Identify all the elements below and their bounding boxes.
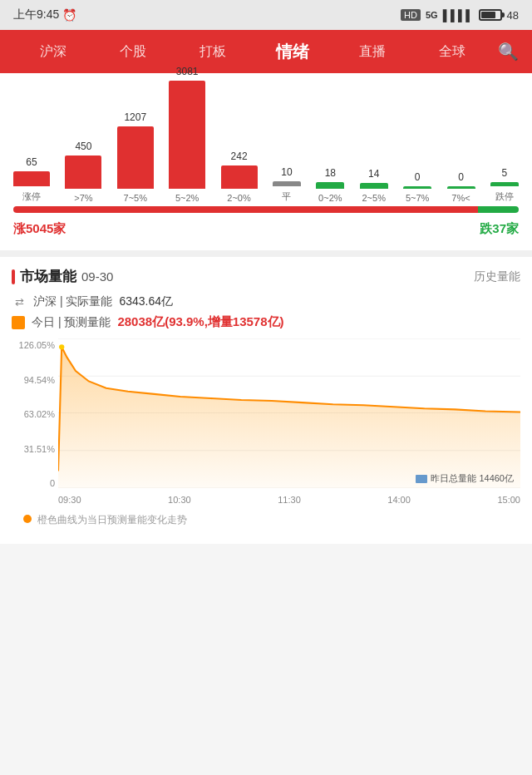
x-label-1: 10:30 [168,495,191,505]
bar-cat-flat: 平 [282,190,291,203]
bar-5to7-rect [403,186,431,189]
bar-dieting-rect [490,182,519,186]
bar-7to5: 1207 7~5% [117,111,154,203]
bar-cat-dieting: 跌停 [495,190,514,203]
bar-5to2-rect [169,81,205,189]
bar-label-2to5: 14 [368,168,379,180]
volume-header: 市场量能 09-30 历史量能 [12,267,520,286]
status-bar: 上午9:45 ⏰ HD 5G ▌▌▌▌ 48 [0,0,532,30]
bar-cat-5to7: 5~7% [406,193,429,203]
volume-line-chart: 126.05% 94.54% 63.02% 31.51% 0 [12,338,520,505]
time-display: 上午9:45 [13,7,59,22]
bar-label-flat: 10 [281,166,292,178]
status-left: 上午9:45 ⏰ [13,7,76,22]
x-label-3: 14:00 [387,495,411,505]
bar-5to7: 0 5~7% [403,171,431,203]
bar-cat-5to2: 5~2% [175,193,199,203]
bar-2to0: 242 2~0% [221,151,258,203]
chart-svg-area [58,338,520,488]
predict-value: 28038亿(93.9%,增量13578亿) [117,314,283,330]
signal-5g: 5G [426,10,438,20]
volume-title: 市场量能 09-30 [12,267,113,286]
fall-count: 跌37家 [480,221,519,237]
actual-icon: ⇄ [12,294,27,309]
hist-volume-button[interactable]: 历史量能 [474,269,520,284]
bar-flat-rect [273,181,301,186]
nav-item-zhibo[interactable]: 直播 [332,43,412,61]
chart-spike [59,344,64,349]
bar-zangtinig: 65 涨停 [13,156,50,203]
bar-gt7-rect [65,155,101,189]
bar-label-5to7: 0 [415,171,421,183]
legend-blue-box [416,475,427,483]
y-label-4: 0 [12,478,55,488]
legend-label: 昨日总量能 14460亿 [431,472,514,485]
bar-lt7: 0 7%< [447,171,475,203]
y-axis: 126.05% 94.54% 63.02% 31.51% 0 [12,338,55,505]
orange-square-icon [12,316,25,329]
status-right: HD 5G ▌▌▌▌ 48 [401,9,519,22]
section-divider [0,250,532,257]
y-label-2: 63.02% [12,409,55,419]
bar-dieting: 5 跌停 [490,167,519,203]
bar-label-zangtinig: 65 [26,156,37,168]
bar-2to5: 14 2~5% [360,168,388,203]
actual-value: 6343.64亿 [119,294,173,309]
volume-title-text: 市场量能 [20,267,76,286]
x-label-2: 11:30 [278,495,301,505]
bar-2to0-rect [221,165,258,189]
predict-label: 今日 | 预测量能 [32,315,111,330]
rise-count: 涨5045家 [13,221,66,237]
x-label-4: 15:00 [497,495,520,505]
bar-flat: 10 平 [273,166,301,203]
battery-level: 48 [507,9,519,22]
volume-time: 09-30 [81,269,113,284]
footnote-dot [23,515,32,523]
nav-item-hushen[interactable]: 沪深 [13,43,93,61]
bar-gt7: 450 >7% [65,141,101,203]
volume-section: 市场量能 09-30 历史量能 ⇄ 沪深 | 实际量能 6343.64亿 今日 … [0,257,532,544]
bar-cat-gt7: >7% [74,193,92,203]
bar-label-0to2: 18 [325,167,336,179]
bar-chart-section: 65 涨停 450 >7% 1207 7~5% 3081 5~2% 242 2~… [0,73,532,250]
nav-item-daban[interactable]: 打板 [173,43,253,61]
y-label-1: 94.54% [12,375,55,385]
predict-volume-row: 今日 | 预测量能 28038亿(93.9%,增量13578亿) [12,314,520,330]
nav-item-qingxu[interactable]: 情绪 [253,41,332,63]
bar-zangtinig-rect [13,171,50,186]
signal-bars: ▌▌▌▌ [443,9,474,22]
bar-label-7to5: 1207 [124,111,146,123]
x-axis: 09:30 10:30 11:30 14:00 15:00 [58,495,520,505]
bar-label-gt7: 450 [75,141,91,152]
bar-5to2: 3081 5~2% [169,66,205,203]
bar-label-dieting: 5 [502,167,508,179]
chart-legend: 昨日总量能 14460亿 [416,472,514,485]
bar-0to2: 18 0~2% [316,167,344,203]
bar-cat-2to0: 2~0% [227,193,250,203]
battery-icon [479,9,502,21]
bar-cat-2to5: 2~5% [362,193,386,203]
nav-item-gegu[interactable]: 个股 [93,43,173,61]
bar-cat-lt7: 7%< [451,193,470,203]
bar-cat-0to2: 0~2% [318,193,342,203]
x-label-0: 09:30 [58,495,81,505]
y-label-0: 126.05% [12,340,55,350]
y-label-3: 31.51% [12,444,55,454]
bar-chart: 65 涨停 450 >7% 1207 7~5% 3081 5~2% 242 2~… [10,86,522,203]
chart-fill [58,347,520,488]
bar-label-5to2: 3081 [176,66,199,77]
actual-label: 沪深 | 实际量能 [33,294,112,309]
stats-row: 涨5045家 跌37家 [10,218,522,240]
nav-item-quanqiu[interactable]: 全球 [412,43,492,61]
footnote-text: 橙色曲线为当日预测量能变化走势 [37,514,187,526]
nav-bar: 沪深 个股 打板 情绪 直播 全球 🔍 [0,30,532,73]
chart-footnote: 橙色曲线为当日预测量能变化走势 [12,508,520,534]
hd-badge: HD [401,9,421,21]
bar-0to2-rect [316,182,344,189]
bar-cat-7to5: 7~5% [124,193,147,203]
actual-volume-row: ⇄ 沪深 | 实际量能 6343.64亿 [12,294,520,309]
search-button[interactable]: 🔍 [492,42,519,62]
bar-lt7-rect [447,186,475,189]
chart-svg [58,338,520,488]
title-bar-accent [12,269,15,284]
